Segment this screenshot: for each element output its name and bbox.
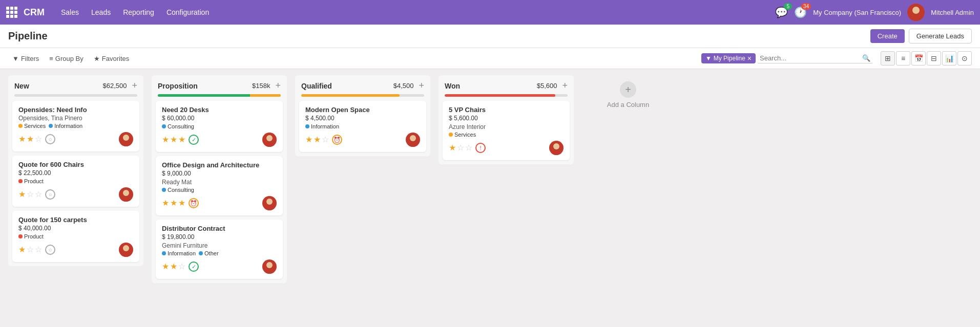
card-tags: Consulting [162,187,277,193]
generate-leads-button[interactable]: Generate Leads [909,29,972,43]
messages-icon[interactable]: 🕐 34 [794,6,807,18]
card-amount: $ 19,800.00 [162,233,277,241]
search-icon[interactable]: 🔍 [862,54,870,62]
activity-clock-icon: ○ [45,245,55,255]
chart-view-icon[interactable]: 📊 [942,51,956,66]
subheader: Pipeline Create Generate Leads [0,25,980,48]
tag-other: Other [199,250,219,256]
user-avatar[interactable] [907,4,925,21]
kanban-view-icon[interactable]: ⊞ [881,51,895,66]
star-rating[interactable]: ★ ★ ☆ ⏰ [305,135,342,145]
card-5vp-chairs[interactable]: 5 VP Chairs $ 5,600.00 Azure Interior Se… [443,101,570,160]
active-filter-tag[interactable]: ▼ My Pipeline × [701,53,756,63]
tag-services: Services [18,123,46,129]
column-progress-qualified [301,94,424,97]
search-box: 🔍 [758,53,872,63]
star-2: ★ [27,134,34,144]
star-3: ☆ [35,189,42,200]
card-tags: Information [305,123,420,129]
company-selector[interactable]: My Company (San Francisco) [813,9,901,16]
menu-item-sales[interactable]: Sales [56,5,84,19]
column-progress-new [14,94,137,97]
card-opensides[interactable]: Opensides: Need Info Opensides, Tina Pin… [12,101,139,151]
card-office-design[interactable]: Office Design and Architecture $ 9,000.0… [156,156,283,215]
brand-logo[interactable]: CRM [24,7,45,18]
column-header-qualified: Qualified $4,500 + [295,75,430,94]
star-rating[interactable]: ★ ★ ☆ ✓ [162,261,199,272]
progress-bar-orange [250,94,281,97]
column-amount-qualified: $4,500 [393,82,414,90]
apps-menu-icon[interactable] [6,7,17,18]
card-distributor-contract[interactable]: Distributor Contract $ 19,800.00 Gemini … [156,220,283,279]
card-subtitle: Azure Interior [449,123,564,130]
menu-item-reporting[interactable]: Reporting [118,5,159,19]
tag-consulting: Consulting [162,187,194,193]
card-quote-150-carpets[interactable]: Quote for 150 carpets $ 40,000.00 Produc… [12,211,139,262]
column-progress-proposition [158,94,281,97]
card-subtitle: Ready Mat [162,179,277,186]
column-add-proposition[interactable]: + [275,80,281,91]
column-add-new[interactable]: + [132,80,137,91]
tag-information: Information [49,123,82,129]
favorites-button[interactable]: ★ Favorites [90,53,133,64]
menu-item-configuration[interactable]: Configuration [161,5,214,19]
card-footer: ★ ☆ ☆ ○ [18,243,133,257]
group-by-button[interactable]: ≡ Group By [45,53,88,64]
star-rating[interactable]: ★ ★ ★ ⏰ [162,198,199,208]
star-2: ☆ [457,143,464,153]
card-title: Distributor Contract [162,225,277,232]
card-need-20-desks[interactable]: Need 20 Desks $ 60,000.00 Consulting ★ ★… [156,101,283,152]
star-2: ☆ [27,189,34,200]
column-title-proposition: Proposition [158,82,249,90]
main-menu: Sales Leads Reporting Configuration [56,5,214,19]
avatar [549,141,564,155]
avatar [119,243,133,257]
card-modern-open-space[interactable]: Modern Open Space $ 4,500.00 Information… [299,101,426,152]
star-rating[interactable]: ★ ☆ ☆ ! [449,143,486,153]
star-rating[interactable]: ★ ☆ ☆ ○ [18,245,55,255]
svg-point-9 [264,142,275,147]
filter-remove-button[interactable]: × [747,55,752,62]
card-tags: Consulting [162,123,277,129]
calendar-view-icon[interactable]: 📅 [911,51,926,66]
activity-clock-icon: ○ [45,189,55,200]
card-subtitle: Gemini Furniture [162,242,277,249]
star-1: ★ [162,198,169,208]
search-input[interactable] [760,54,862,62]
filters-button[interactable]: ▼ Filters [8,53,43,64]
card-footer: ★ ★ ☆ ○ [18,132,133,146]
table-view-icon[interactable]: ⊟ [927,51,941,66]
create-button[interactable]: Create [870,29,905,43]
star-rating[interactable]: ★ ☆ ☆ ○ [18,189,55,200]
menu-item-leads[interactable]: Leads [86,5,116,19]
star-1: ★ [18,245,26,255]
notifications-icon[interactable]: 💬 5 [775,6,788,18]
star-rating[interactable]: ★ ★ ★ ✓ [162,135,199,145]
card-amount: $ 9,000.00 [162,170,277,177]
list-view-icon[interactable]: ≡ [896,51,910,66]
card-quote-600-chairs[interactable]: Quote for 600 Chairs $ 22,500.00 Product… [12,156,139,207]
column-title-new: New [14,82,99,90]
activity-view-icon[interactable]: ⊙ [957,51,972,66]
card-footer: ★ ★ ★ ✓ [162,133,277,147]
svg-point-6 [123,245,129,251]
top-navigation: CRM Sales Leads Reporting Configuration … [0,0,980,25]
add-column[interactable]: + Add a Column [582,75,674,108]
page-title: Pipeline [8,30,48,42]
svg-point-1 [910,15,922,21]
star-1: ★ [162,135,169,145]
card-tags: Services [449,132,564,138]
activity-clock-icon: ⏰ [332,135,342,145]
star-rating[interactable]: ★ ★ ☆ ○ [18,134,55,144]
card-title: Office Design and Architecture [162,161,277,169]
kanban-column-qualified: Qualified $4,500 + Modern Open Space $ 4… [295,75,430,156]
column-amount-won: $5,600 [537,82,557,90]
star-2: ★ [170,135,177,145]
search-area: ▼ My Pipeline × 🔍 [701,53,872,63]
username-label[interactable]: Mitchell Admin [931,9,974,16]
view-switcher: ⊞ ≡ 📅 ⊟ 📊 ⊙ [881,51,972,66]
column-add-qualified[interactable]: + [419,80,424,91]
star-1: ★ [162,261,169,272]
column-add-won[interactable]: + [562,80,568,91]
activity-warning-icon: ! [475,143,486,153]
